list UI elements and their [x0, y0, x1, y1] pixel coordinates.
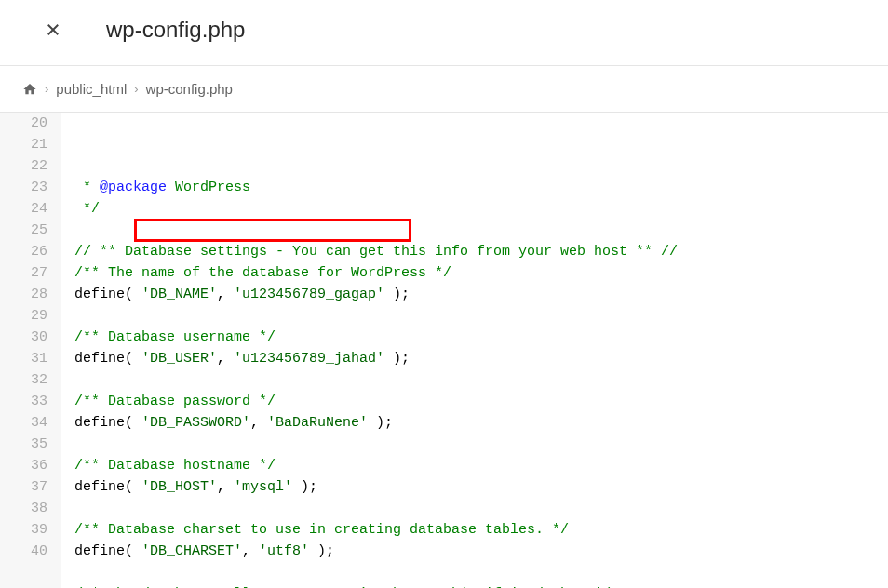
line-number: 30	[0, 327, 51, 348]
line-number: 31	[0, 348, 51, 369]
line-number: 26	[0, 241, 51, 262]
editor-header: wp-config.php	[0, 0, 888, 66]
code-content[interactable]: * @package WordPress */// ** Database se…	[61, 113, 888, 588]
code-line[interactable]: */	[74, 198, 888, 220]
line-number: 33	[0, 391, 51, 412]
line-number-gutter: 2021222324252627282930313233343536373839…	[0, 113, 61, 588]
code-line[interactable]: define( 'DB_PASSWORD', 'BaDaRuNene' );	[74, 412, 888, 434]
code-line[interactable]: /** Database password */	[74, 391, 888, 412]
file-title: wp-config.php	[106, 17, 245, 43]
code-editor[interactable]: 2021222324252627282930313233343536373839…	[0, 113, 888, 588]
line-number: 20	[0, 113, 51, 134]
breadcrumb-item[interactable]: public_html	[56, 81, 127, 97]
breadcrumb-item[interactable]: wp-config.php	[146, 81, 233, 97]
line-number: 28	[0, 284, 51, 305]
code-line[interactable]	[74, 369, 888, 391]
code-line[interactable]: /** Database hostname */	[74, 455, 888, 476]
home-icon[interactable]	[22, 82, 37, 97]
close-icon[interactable]	[45, 21, 61, 38]
line-number: 32	[0, 369, 51, 391]
code-line[interactable]: // ** Database settings - You can get th…	[74, 241, 888, 262]
code-line[interactable]: * @package WordPress	[74, 177, 888, 198]
code-line[interactable]: /** The database collate type. Don't cha…	[74, 583, 888, 588]
line-number: 37	[0, 476, 51, 498]
breadcrumb: › public_html › wp-config.php	[0, 66, 888, 113]
chevron-right-icon: ›	[45, 82, 48, 96]
code-line[interactable]: define( 'DB_USER', 'u123456789_jahad' );	[74, 348, 888, 369]
line-number: 36	[0, 455, 51, 476]
line-number: 34	[0, 412, 51, 434]
code-line[interactable]: define( 'DB_CHARSET', 'utf8' );	[74, 541, 888, 562]
line-number: 21	[0, 134, 51, 155]
line-number: 24	[0, 198, 51, 220]
code-line[interactable]	[74, 562, 888, 583]
line-number: 35	[0, 434, 51, 455]
line-number: 39	[0, 519, 51, 541]
line-number: 27	[0, 262, 51, 284]
code-line[interactable]: define( 'DB_HOST', 'mysql' );	[74, 476, 888, 498]
line-number: 38	[0, 498, 51, 519]
code-line[interactable]	[74, 498, 888, 519]
line-number: 23	[0, 177, 51, 198]
code-line[interactable]	[74, 305, 888, 327]
code-line[interactable]: /** The name of the database for WordPre…	[74, 262, 888, 284]
code-line[interactable]: /** Database charset to use in creating …	[74, 519, 888, 541]
code-line[interactable]: define( 'DB_NAME', 'u123456789_gagap' );	[74, 284, 888, 305]
line-number: 40	[0, 541, 51, 562]
chevron-right-icon: ›	[134, 82, 138, 96]
line-number: 25	[0, 220, 51, 241]
line-number: 22	[0, 155, 51, 177]
code-line[interactable]	[74, 434, 888, 455]
code-line[interactable]	[74, 220, 888, 241]
code-line[interactable]: /** Database username */	[74, 327, 888, 348]
line-number: 29	[0, 305, 51, 327]
